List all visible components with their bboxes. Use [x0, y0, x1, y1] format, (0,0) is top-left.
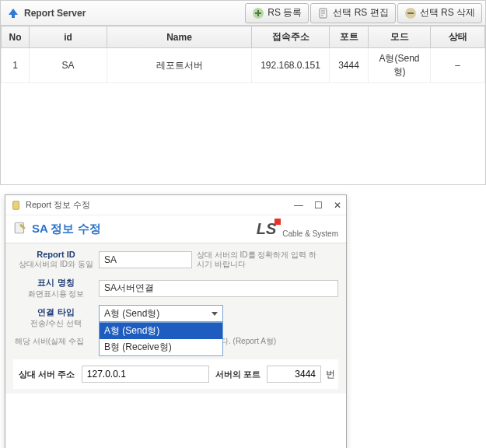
panel-header: Report Server RS 등록 선택 RS 편집 선택 RS 삭제 — [1, 1, 485, 26]
label-peer-addr: 상대 서버 주소 — [16, 369, 77, 380]
cell-id: SA — [30, 48, 107, 83]
cell-port: 3444 — [330, 48, 369, 83]
dialog-title: Report 정보 수정 — [23, 199, 90, 211]
svg-rect-3 — [13, 201, 19, 209]
plus-icon — [252, 7, 264, 19]
cell-no: 1 — [2, 48, 30, 83]
rs-delete-button[interactable]: 선택 RS 삭제 — [397, 3, 482, 23]
minus-icon — [404, 7, 417, 19]
port-suffix: 번 — [326, 368, 335, 381]
conn-type-selected[interactable]: A형 (Send형) — [99, 305, 223, 322]
dialog-heading: SA 정보 수정 — [27, 222, 101, 236]
col-addr[interactable]: 접속주소 — [252, 26, 330, 48]
peer-port-input[interactable] — [267, 366, 321, 383]
table-empty-area — [1, 83, 485, 184]
col-no[interactable]: No — [2, 26, 30, 48]
col-name[interactable]: Name — [107, 26, 252, 48]
rs-edit-button[interactable]: 선택 RS 편집 — [310, 3, 395, 23]
cell-name: 레포트서버 — [107, 48, 252, 83]
col-mode[interactable]: 모드 — [369, 26, 431, 48]
title-icon — [7, 7, 19, 19]
label-display-name: 표시 명칭 화면표시용 정보 — [13, 275, 99, 301]
label-conn-type: 연결 타입 전송/수신 선택 — [13, 305, 99, 331]
dialog-icon — [10, 199, 23, 212]
report-id-hint: 상대 서버의 ID를 정확하게 입력 하시기 바랍니다 — [192, 250, 316, 269]
report-edit-dialog: Report 정보 수정 — ☐ ✕ SA 정보 수정 LS Cable & S… — [5, 194, 347, 448]
edit-header-icon — [13, 221, 27, 237]
edit-icon — [317, 7, 330, 19]
minimize-button[interactable]: — — [294, 200, 303, 211]
display-name-input[interactable] — [99, 280, 338, 297]
cell-status: – — [431, 48, 485, 83]
dialog-titlebar[interactable]: Report 정보 수정 — ☐ ✕ — [5, 195, 346, 215]
col-status[interactable]: 상태 — [431, 26, 485, 48]
conn-type-select[interactable]: A형 (Send형) A형 (Send형) B형 (Receive형) — [99, 305, 223, 322]
dialog-body: Report ID 상대서버의 ID와 동일 상대 서버의 ID를 정확하게 입… — [5, 243, 346, 394]
table-row[interactable]: 1 SA 레포트서버 192.168.0.151 3444 A형(Send형) … — [2, 48, 485, 83]
cell-addr: 192.168.0.151 — [252, 48, 330, 83]
maximize-button[interactable]: ☐ — [314, 200, 323, 211]
brand-logo: LS Cable & System — [257, 220, 338, 238]
cell-mode: A형(Send형) — [369, 48, 431, 83]
report-server-panel: Report Server RS 등록 선택 RS 편집 선택 RS 삭제 No… — [0, 0, 486, 185]
rs-table: No id Name 접속주소 포트 모드 상태 1 SA 레포트서버 192.… — [1, 26, 485, 83]
conn-type-option[interactable]: B형 (Receive형) — [100, 339, 222, 355]
rs-register-button[interactable]: RS 등록 — [245, 3, 309, 23]
peer-addr-input[interactable] — [82, 366, 209, 383]
dialog-header: SA 정보 수정 LS Cable & System — [5, 215, 346, 243]
close-button[interactable]: ✕ — [334, 200, 341, 211]
conn-type-dropdown: A형 (Send형) B형 (Receive형) — [99, 322, 223, 356]
label-peer-port: 서버의 포트 — [214, 369, 262, 380]
report-id-input[interactable] — [99, 251, 192, 268]
panel-title: Report Server — [24, 8, 86, 19]
label-report-id: Report ID 상대서버의 ID와 동일 — [13, 248, 99, 271]
col-port[interactable]: 포트 — [330, 26, 369, 48]
col-id[interactable]: id — [30, 26, 107, 48]
conn-type-option[interactable]: A형 (Send형) — [100, 323, 222, 339]
